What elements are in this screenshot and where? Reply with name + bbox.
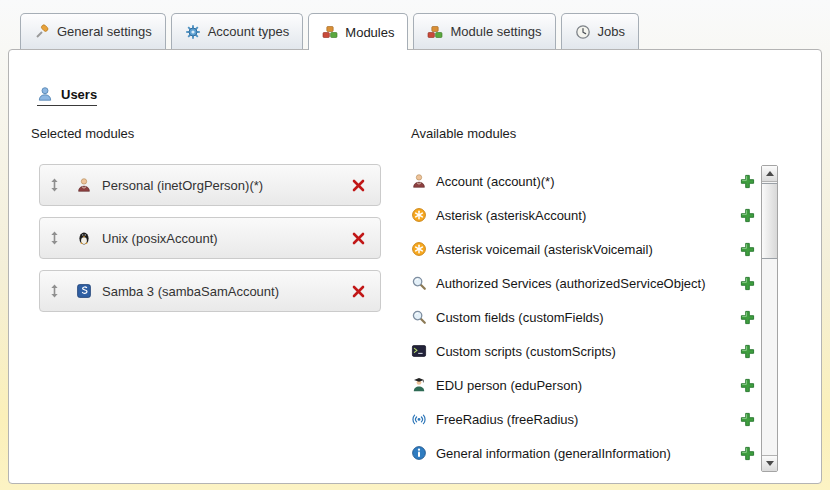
available-module-label: Custom fields (customFields) [436,310,738,325]
person-icon [76,177,92,193]
add-module-button[interactable] [738,444,756,462]
remove-module-button[interactable] [349,176,367,194]
selected-module-label: Unix (posixAccount) [102,231,349,246]
available-module-row: Authorized Services (authorizedServiceOb… [411,266,756,300]
scrollbar-thumb[interactable] [762,183,777,259]
available-module-row: General information (generalInformation) [411,436,756,470]
info-icon [411,445,427,461]
add-module-button[interactable] [738,172,756,190]
asterisk-icon [411,241,427,257]
add-module-button[interactable] [738,410,756,428]
selected-modules-section: Selected modules Personal (inetOrgPerson… [31,126,381,323]
selected-modules-title: Selected modules [31,126,381,141]
available-module-label: FreeRadius (freeRadius) [436,412,738,427]
tab-jobs[interactable]: Jobs [561,13,639,49]
arrow-up-icon [766,171,774,176]
drag-handle-icon[interactable] [50,178,59,192]
available-module-row: EDU person (eduPerson) [411,368,756,402]
selected-modules-list: Personal (inetOrgPerson)(*)Unix (posixAc… [31,164,381,312]
available-module-label: Asterisk (asteriskAccount) [436,208,738,223]
available-module-row: Account (account)(*) [411,164,756,198]
add-module-button[interactable] [738,274,756,292]
gear-icon [185,24,201,40]
add-module-button[interactable] [738,342,756,360]
users-icon [37,86,53,102]
available-module-row: Asterisk (asteriskAccount) [411,198,756,232]
selected-module-label: Samba 3 (sambaSamAccount) [102,284,349,299]
tux-icon [76,230,92,246]
arrow-down-icon [766,461,774,466]
samba-icon [76,283,92,299]
clock-icon [575,24,591,40]
available-module-label: Custom scripts (customScripts) [436,344,738,359]
radius-icon [411,411,427,427]
modules-icon [322,24,338,40]
content-panel: Users Selected modules Personal (inetOrg… [8,49,822,484]
tab-label: Module settings [450,24,541,39]
selected-module-label: Personal (inetOrgPerson)(*) [102,178,349,193]
available-modules-scrollbar[interactable] [761,165,778,472]
scrollbar-up-button[interactable] [762,166,777,182]
modules-icon [427,24,443,40]
tab-label: Modules [345,25,394,40]
drag-handle-icon[interactable] [50,231,59,245]
tab-module-settings[interactable]: Module settings [413,13,555,49]
remove-module-button[interactable] [349,282,367,300]
add-module-button[interactable] [738,376,756,394]
tab-label: Jobs [598,24,625,39]
asterisk-icon [411,207,427,223]
available-modules-title: Available modules [411,126,756,141]
tab-general-settings[interactable]: General settings [20,13,166,49]
person-icon [411,173,427,189]
available-modules-section: Available modules Account (account)(*)As… [411,126,756,470]
tab-account-types[interactable]: Account types [171,13,304,49]
available-module-label: EDU person (eduPerson) [436,378,738,393]
add-module-button[interactable] [738,308,756,326]
edu-icon [411,377,427,393]
selected-module-row: Personal (inetOrgPerson)(*) [39,164,381,206]
add-module-button[interactable] [738,240,756,258]
selected-module-row: Samba 3 (sambaSamAccount) [39,270,381,312]
terminal-icon [411,343,427,359]
tab-label: Account types [208,24,290,39]
available-module-row: Custom fields (customFields) [411,300,756,334]
scrollbar-down-button[interactable] [762,455,777,471]
tab-label: General settings [57,24,152,39]
available-module-label: Authorized Services (authorizedServiceOb… [436,276,738,291]
drag-handle-icon[interactable] [50,284,59,298]
available-module-row: Asterisk voicemail (asteriskVoicemail) [411,232,756,266]
magnifier-icon [411,275,427,291]
section-title: Users [61,87,97,102]
tab-bar: General settingsAccount typesModulesModu… [20,13,639,50]
available-module-label: General information (generalInformation) [436,446,738,461]
available-module-label: Account (account)(*) [436,174,738,189]
users-section-heading: Users [37,86,97,106]
available-modules-list: Account (account)(*)Asterisk (asteriskAc… [411,164,756,470]
wrench-icon [34,24,50,40]
remove-module-button[interactable] [349,229,367,247]
available-module-label: Asterisk voicemail (asteriskVoicemail) [436,242,738,257]
tab-modules[interactable]: Modules [308,13,408,50]
available-module-row: FreeRadius (freeRadius) [411,402,756,436]
available-module-row: Custom scripts (customScripts) [411,334,756,368]
add-module-button[interactable] [738,206,756,224]
lam-configuration-page: General settingsAccount typesModulesModu… [0,0,830,490]
selected-module-row: Unix (posixAccount) [39,217,381,259]
magnifier-icon [411,309,427,325]
